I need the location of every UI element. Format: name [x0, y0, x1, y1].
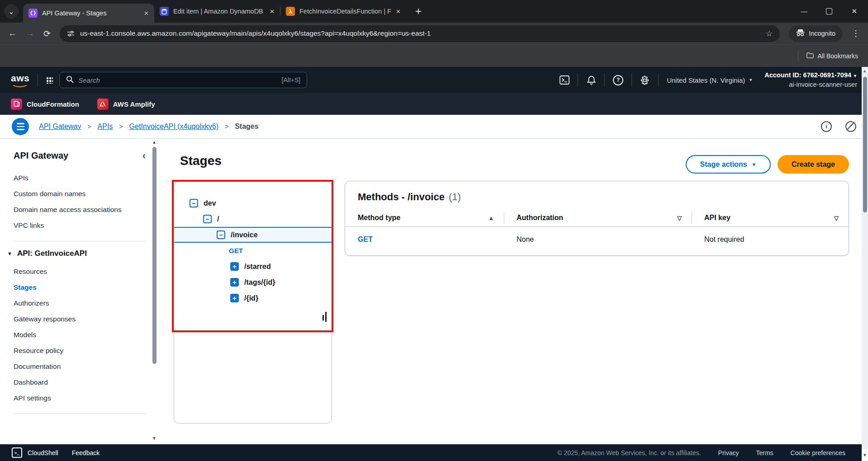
address-bar[interactable]: us-east-1.console.aws.amazon.com/apigate…	[60, 25, 780, 42]
tree-row-dev[interactable]: − dev	[174, 195, 332, 211]
expand-icon[interactable]: +	[230, 262, 239, 271]
nav-divider	[38, 73, 38, 87]
url-text[interactable]: us-east-1.console.aws.amazon.com/apigate…	[80, 29, 760, 38]
sidebar-item-api-settings[interactable]: API settings	[0, 390, 159, 406]
tab-lambda[interactable]: λ FetchInvoiceDetailsFunction | Fu ✕	[280, 2, 406, 21]
sidebar-item-resource-policy[interactable]: Resource policy	[0, 343, 159, 358]
tab-api-gateway[interactable]: API Gateway - Stages ✕	[23, 4, 154, 23]
scroll-up-icon[interactable]: ▲	[152, 140, 157, 145]
aws-favorites-bar: CloudFormation AWS Amplify	[0, 93, 868, 115]
sidebar-item-models[interactable]: Models	[0, 327, 159, 343]
tree-label: /starred	[244, 263, 271, 271]
incognito-badge: Incognito	[789, 25, 843, 42]
site-info-icon[interactable]	[67, 30, 75, 38]
sidebar-item-apis[interactable]: APIs	[0, 170, 159, 186]
tab-search-button[interactable]: ⌄	[4, 4, 19, 19]
tree-row-invoice[interactable]: − /invoice	[174, 227, 332, 243]
notifications-bell-icon[interactable]	[586, 75, 596, 85]
feedback-button[interactable]: Feedback	[72, 449, 100, 456]
browser-toolbar: ← → ⟳ us-east-1.console.aws.amazon.com/a…	[0, 23, 868, 44]
scrollbar-thumb[interactable]	[863, 77, 867, 212]
sidebar-item-dashboard[interactable]: Dashboard	[0, 374, 159, 390]
services-grid-icon[interactable]	[46, 77, 53, 84]
minimize-icon[interactable]: —	[801, 8, 807, 15]
tree-row-get-method[interactable]: GET	[174, 243, 332, 259]
column-method-type[interactable]: Method type ▲	[345, 209, 504, 226]
sort-icon[interactable]: ▽	[677, 215, 682, 221]
expand-icon[interactable]: +	[230, 294, 239, 302]
breadcrumb-link-getinvoiceapi[interactable]: GetInvoiceAPI (x4uqolxky6)	[129, 122, 218, 131]
sidebar-item-custom-domain-names[interactable]: Custom domain names	[0, 186, 159, 202]
sidebar-item-vpc-links[interactable]: VPC links	[0, 217, 159, 233]
cloudshell-button[interactable]: >_ CloudShell	[12, 447, 58, 458]
sidebar-item-authorizers[interactable]: Authorizers	[0, 295, 159, 311]
collapse-icon[interactable]: −	[190, 199, 198, 207]
sidebar-api-section-header[interactable]: ▼ API: GetInvoiceAPI	[0, 248, 159, 262]
sidebar-scrollbar[interactable]	[152, 147, 157, 364]
sidebar-item-documentation[interactable]: Documentation	[0, 358, 159, 374]
sidebar-item-resources[interactable]: Resources	[0, 263, 159, 279]
create-stage-button[interactable]: Create stage	[778, 155, 849, 174]
bookmark-star-icon[interactable]: ☆	[766, 29, 773, 38]
cookie-preferences-link[interactable]: Cookie preferences	[791, 449, 845, 456]
collapse-icon[interactable]: −	[203, 215, 212, 223]
sidebar-collapse-icon[interactable]: ‹	[142, 153, 146, 159]
reload-icon[interactable]: ⟳	[43, 28, 51, 39]
cloudshell-terminal-icon[interactable]	[560, 75, 569, 85]
sidebar-item-gateway-responses[interactable]: Gateway responses	[0, 311, 159, 327]
privacy-link[interactable]: Privacy	[718, 449, 739, 456]
close-tab-icon[interactable]: ✕	[270, 8, 275, 15]
breadcrumb-separator: >	[87, 123, 91, 130]
sidebar-item-domain-name-access-associations[interactable]: Domain name access associations	[0, 202, 159, 217]
tree-row-tags-id[interactable]: + /tags/{id}	[174, 274, 332, 290]
scroll-down-icon[interactable]: ▼	[862, 449, 868, 461]
column-divider	[504, 212, 504, 224]
help-icon[interactable]: ?	[613, 75, 623, 85]
favorite-cloudformation[interactable]: CloudFormation	[11, 99, 79, 110]
tree-row-root[interactable]: − /	[174, 211, 332, 227]
sidebar-item-stages[interactable]: Stages	[0, 279, 159, 295]
hamburger-menu-icon[interactable]	[12, 118, 29, 135]
terms-link[interactable]: Terms	[756, 449, 773, 456]
browser-menu-icon[interactable]: ⋮	[852, 28, 860, 38]
forward-icon[interactable]: →	[26, 28, 34, 38]
new-tab-button[interactable]: +	[415, 5, 422, 18]
tree-row-starred[interactable]: + /starred	[174, 259, 332, 274]
back-icon[interactable]: ←	[8, 28, 17, 38]
column-authorization[interactable]: Authorization ▽	[504, 209, 692, 226]
column-label: Method type	[358, 214, 400, 222]
expand-icon[interactable]: +	[230, 278, 239, 287]
all-bookmarks-button[interactable]: All Bookmarks	[806, 52, 858, 60]
settings-gear-icon[interactable]	[640, 75, 650, 85]
tab-dynamodb[interactable]: Edit item | Amazon DynamoDB ✕	[154, 2, 280, 21]
page-scrollbar[interactable]: ▲ ▼	[862, 67, 868, 461]
search-icon	[66, 75, 74, 85]
scroll-down-icon[interactable]: ▼	[152, 436, 157, 441]
breadcrumb-current: Stages	[235, 122, 258, 131]
close-tab-icon[interactable]: ✕	[396, 8, 401, 15]
aws-logo[interactable]: aws	[11, 73, 29, 87]
collapse-icon[interactable]: −	[217, 230, 225, 239]
text-cursor-icon	[323, 312, 328, 323]
sort-icon[interactable]: ▽	[834, 215, 839, 221]
breadcrumb-link-apis[interactable]: APIs	[98, 122, 113, 131]
tree-row-id[interactable]: + /{id}	[174, 290, 332, 306]
region-selector[interactable]: United States (N. Virginia) ▼	[667, 76, 753, 84]
sort-ascending-icon[interactable]: ▲	[488, 215, 494, 221]
favorite-aws-amplify[interactable]: AWS Amplify	[97, 99, 155, 110]
close-tab-icon[interactable]: ✕	[144, 10, 149, 17]
circle-slash-icon[interactable]	[845, 121, 856, 132]
bookmarks-bar: All Bookmarks	[0, 44, 868, 67]
method-get-link[interactable]: GET	[345, 235, 504, 244]
account-menu[interactable]: Account ID: 6762-0691-7094 ▼ ai-invoice-…	[764, 71, 857, 89]
window-close-icon[interactable]: ✕	[851, 7, 857, 15]
breadcrumb-link-api-gateway[interactable]: API Gateway	[39, 122, 81, 131]
info-icon[interactable]: i	[821, 121, 832, 132]
region-label: United States (N. Virginia)	[667, 76, 745, 84]
aws-search-box[interactable]: Search [Alt+S]	[59, 72, 307, 88]
stage-actions-button[interactable]: Stage actions ▼	[686, 155, 771, 174]
tab-title: API Gateway - Stages	[42, 9, 139, 17]
maximize-icon[interactable]	[826, 8, 832, 14]
column-api-key[interactable]: API key ▽	[692, 209, 849, 226]
scroll-up-icon[interactable]: ▲	[863, 69, 867, 73]
